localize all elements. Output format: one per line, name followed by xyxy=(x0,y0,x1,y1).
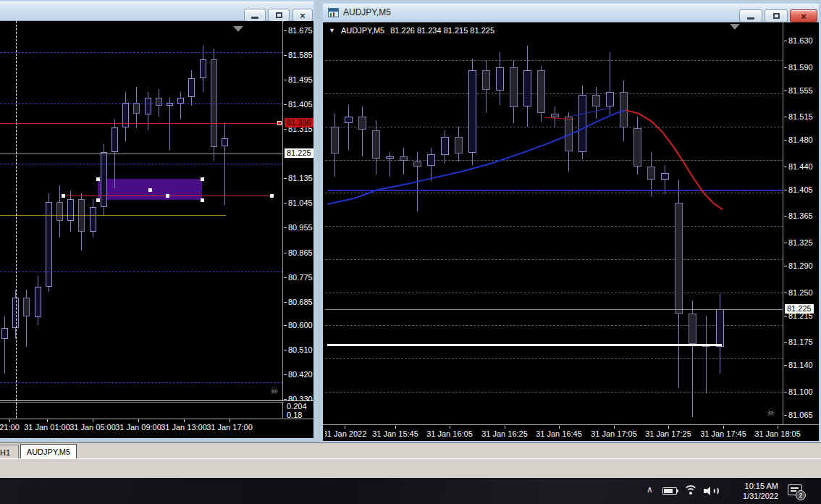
price-tick xyxy=(284,277,287,278)
candle-body xyxy=(592,95,600,106)
time-label: 31 Jan 17:00 xyxy=(203,423,256,432)
time-tick xyxy=(614,426,615,429)
tab-audjpy-m5[interactable]: AUDJPY,M5 xyxy=(20,444,77,459)
horizontal-line xyxy=(327,344,722,346)
selection-handle[interactable] xyxy=(96,198,100,202)
price-label: 80.600 xyxy=(288,321,313,329)
right-indicator-skull-icon: ☠ xyxy=(767,407,775,418)
time-label: 31 Jan 16:45 xyxy=(532,429,586,438)
chart-menu-arrow-icon[interactable]: ▼ xyxy=(329,27,335,34)
price-tick xyxy=(784,415,787,416)
candle-body xyxy=(633,128,641,167)
left-restore-button[interactable] xyxy=(268,9,290,22)
candle-body xyxy=(689,314,696,344)
price-tick xyxy=(784,365,787,366)
left-subwindow-separator-top[interactable] xyxy=(0,400,313,401)
ohlc-header: ▼ AUDJPY,M5 81.226 81.234 81.215 81.225 xyxy=(329,26,494,35)
candle-body xyxy=(331,127,339,154)
left-scroll-end-marker-icon[interactable] xyxy=(233,26,243,32)
price-tick xyxy=(284,350,287,350)
moving-average-lines xyxy=(325,22,783,424)
selection-handle[interactable] xyxy=(270,194,274,198)
price-label: 81.135 xyxy=(288,174,313,182)
selection-handle[interactable] xyxy=(201,198,204,202)
candle-body xyxy=(386,156,394,159)
price-label: 81.365 xyxy=(788,211,813,220)
line-end-marker[interactable] xyxy=(277,121,282,125)
candle-body xyxy=(56,202,63,221)
gridline xyxy=(325,392,783,392)
right-window-titlebar[interactable]: AUDJPY,M5 × xyxy=(323,4,819,22)
candle-body xyxy=(101,152,107,207)
price-tick xyxy=(784,41,787,41)
time-label: 31 Jan 17:05 xyxy=(587,429,641,438)
time-label: 31 Jan 18:05 xyxy=(751,429,804,438)
chart-tab-bar: H1 AUDJPY,M5 xyxy=(0,442,821,458)
price-label: 81.250 xyxy=(788,288,813,297)
wifi-icon[interactable] xyxy=(683,484,699,497)
left-plot[interactable] xyxy=(0,21,283,400)
selection-handle[interactable] xyxy=(96,177,100,181)
time-label: 31 Jan 17:45 xyxy=(696,429,750,438)
price-tick xyxy=(284,80,287,80)
gridline xyxy=(325,259,783,260)
time-tick xyxy=(93,419,93,422)
price-tick xyxy=(784,91,787,91)
left-window-titlebar[interactable]: × xyxy=(0,1,313,21)
price-label: 80.510 xyxy=(288,345,313,354)
price-label: 80.775 xyxy=(288,273,313,282)
right-restore-button[interactable] xyxy=(765,9,788,22)
price-label: 81.100 xyxy=(788,387,813,396)
candle-wick xyxy=(362,106,363,156)
vertical-line xyxy=(16,21,17,400)
candle-body xyxy=(482,70,490,90)
left-minimize-button[interactable] xyxy=(244,9,266,22)
selection-handle[interactable] xyxy=(201,177,204,181)
candle-body xyxy=(468,70,476,153)
screen: × 81.67581.58581.49581.40581.31581.13581… xyxy=(0,0,821,504)
candle-body xyxy=(551,114,559,117)
chart-window-icon xyxy=(328,8,339,17)
tab-label: H1 xyxy=(0,448,10,457)
right-price-axis: 81.63081.59081.55581.51581.48081.44081.4… xyxy=(784,22,819,425)
right-minimize-button[interactable] xyxy=(739,9,762,22)
right-close-button[interactable]: × xyxy=(790,9,817,22)
left-sub-axis: 0.204 0.18 xyxy=(284,401,313,419)
price-label: 81.065 xyxy=(788,411,813,419)
price-tick xyxy=(284,253,287,253)
candle-body xyxy=(1,328,8,339)
time-label: 31 Jan 2022 xyxy=(325,429,371,438)
candle-body xyxy=(111,127,118,152)
price-label: 81.325 xyxy=(788,238,813,247)
tab-h1[interactable]: H1 xyxy=(0,445,19,459)
price-tick xyxy=(784,140,787,140)
battery-icon[interactable] xyxy=(662,487,677,495)
price-label: 81.585 xyxy=(288,51,313,59)
close-icon: × xyxy=(300,10,306,21)
right-scroll-end-marker-icon[interactable] xyxy=(730,24,740,30)
price-tick xyxy=(284,178,287,179)
price-label: 81.140 xyxy=(788,361,813,369)
price-label: 81.480 xyxy=(788,135,813,144)
selection-handle[interactable] xyxy=(166,194,169,198)
candle-body xyxy=(372,130,380,159)
volume-icon[interactable] xyxy=(704,484,720,497)
price-label: 81.045 xyxy=(288,198,313,207)
left-sub-plot[interactable] xyxy=(0,403,283,418)
right-plot[interactable] xyxy=(325,22,783,424)
notification-badge: 2 xyxy=(796,490,806,500)
left-close-button[interactable]: × xyxy=(292,9,313,22)
candle-body xyxy=(413,161,421,167)
price-tick xyxy=(784,167,787,167)
selection-handle[interactable] xyxy=(148,188,152,192)
candle-body xyxy=(675,203,683,314)
price-box: 81.225 xyxy=(285,148,313,158)
horizontal-line xyxy=(327,190,783,191)
selection-handle[interactable] xyxy=(62,194,65,198)
tray-chevron-icon[interactable]: ∧ xyxy=(647,484,653,495)
tray-clock[interactable]: 10:15 AM 1/31/2022 xyxy=(726,481,778,501)
price-label: 80.955 xyxy=(288,223,313,232)
taskbar: 17 xyxy=(0,478,821,504)
candle-body xyxy=(200,59,206,78)
price-tick xyxy=(784,293,787,293)
